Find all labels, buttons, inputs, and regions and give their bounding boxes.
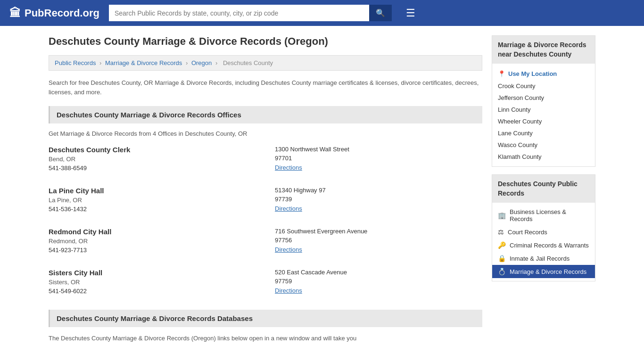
sidebar-public-records-box: Deschutes County Public Records 🏢 Busine… — [492, 174, 595, 281]
sidebar: Marriage & Divorce Records near Deschute… — [492, 35, 595, 343]
office-left: Sisters City Hall Sisters, OR 541-549-60… — [49, 269, 256, 296]
office-right: 716 Southwest Evergreen Avenue 97756 Dir… — [256, 228, 482, 255]
office-left: La Pine City Hall La Pine, OR 541-536-14… — [49, 187, 256, 214]
sidebar-nearby-list: 📍 Use My Location Crook County Jefferson… — [492, 64, 595, 166]
office-zip: 97701 — [275, 155, 482, 162]
office-zip: 97759 — [275, 278, 482, 285]
criminal-icon: 🔑 — [498, 241, 506, 249]
breadcrumb-oregon[interactable]: Oregon — [191, 59, 212, 66]
location-btn-label: Use My Location — [508, 70, 557, 77]
office-address: 716 Southwest Evergreen Avenue — [275, 228, 482, 235]
use-my-location-button[interactable]: 📍 Use My Location — [492, 67, 595, 80]
office-phone: 541-923-7713 — [49, 247, 256, 254]
breadcrumb-public-records[interactable]: Public Records — [55, 59, 96, 66]
record-criminal-records[interactable]: 🔑 Criminal Records & Warrants — [492, 239, 595, 252]
office-name: La Pine City Hall — [49, 187, 256, 195]
offices-section-header: Deschutes County Marriage & Divorce Reco… — [49, 106, 482, 123]
sidebar-county-lane[interactable]: Lane County — [492, 127, 595, 139]
office-city: Sisters, OR — [49, 279, 256, 286]
office-entry: Sisters City Hall Sisters, OR 541-549-60… — [49, 269, 482, 296]
record-marriage-label: Marriage & Divorce Records — [510, 268, 586, 275]
office-zip: 97756 — [275, 237, 482, 244]
sidebar-county-wheeler[interactable]: Wheeler County — [492, 115, 595, 127]
offices-subtext: Get Marriage & Divorce Records from 4 Of… — [49, 130, 482, 137]
breadcrumb: Public Records › Marriage & Divorce Reco… — [49, 55, 482, 71]
office-address: 1300 Northwest Wall Street — [275, 146, 482, 153]
search-input[interactable] — [109, 5, 369, 21]
sidebar-nearby-box: Marriage & Divorce Records near Deschute… — [492, 35, 595, 167]
menu-button[interactable]: ☰ — [406, 7, 415, 19]
record-business-label: Business Licenses & Records — [510, 208, 589, 222]
location-icon: 📍 — [498, 70, 505, 77]
office-phone: 541-388-6549 — [49, 165, 256, 172]
breadcrumb-marriage-divorce[interactable]: Marriage & Divorce Records — [105, 59, 182, 66]
sidebar-public-records-title: Deschutes County Public Records — [492, 175, 595, 203]
office-right: 1300 Northwest Wall Street 97701 Directi… — [256, 146, 482, 173]
logo-icon: 🏛 — [9, 7, 21, 20]
office-entry: La Pine City Hall La Pine, OR 541-536-14… — [49, 187, 482, 214]
office-zip: 97739 — [275, 196, 482, 203]
court-icon: ⚖ — [498, 228, 504, 236]
record-inmate-jail[interactable]: 🔒 Inmate & Jail Records — [492, 252, 595, 265]
content-area: Deschutes County Marriage & Divorce Reco… — [49, 35, 482, 343]
page-description: Search for free Deschutes County, OR Mar… — [49, 78, 482, 97]
header: 🏛 PubRecord.org 🔍 ☰ — [0, 0, 644, 26]
office-left: Deschutes County Clerk Bend, OR 541-388-… — [49, 146, 256, 173]
marriage-icon: 💍 — [498, 268, 506, 275]
office-right: 51340 Highway 97 97739 Directions — [256, 187, 482, 214]
sidebar-county-wasco[interactable]: Wasco County — [492, 139, 595, 151]
directions-link[interactable]: Directions — [275, 164, 302, 171]
office-name: Deschutes County Clerk — [49, 146, 256, 154]
office-entry: Redmond City Hall Redmond, OR 541-923-77… — [49, 228, 482, 255]
sidebar-records-list: 🏢 Business Licenses & Records ⚖ Court Re… — [492, 203, 595, 281]
office-city: Redmond, OR — [49, 238, 256, 245]
page-title: Deschutes County Marriage & Divorce Reco… — [49, 35, 482, 48]
databases-section-header: Deschutes County Marriage & Divorce Reco… — [49, 310, 482, 327]
office-address: 520 East Cascade Avenue — [275, 269, 482, 276]
sidebar-county-crook[interactable]: Crook County — [492, 80, 595, 92]
directions-link[interactable]: Directions — [275, 246, 302, 253]
sidebar-county-klamath[interactable]: Klamath County — [492, 151, 595, 163]
record-court-records[interactable]: ⚖ Court Records — [492, 225, 595, 239]
record-court-label: Court Records — [508, 229, 547, 236]
inmate-icon: 🔒 — [498, 255, 506, 262]
office-name: Sisters City Hall — [49, 269, 256, 277]
logo-text: PubRecord.org — [25, 7, 99, 19]
search-bar: 🔍 — [109, 5, 392, 21]
office-entry: Deschutes County Clerk Bend, OR 541-388-… — [49, 146, 482, 173]
record-business-licenses[interactable]: 🏢 Business Licenses & Records — [492, 206, 595, 225]
office-city: Bend, OR — [49, 156, 256, 163]
office-name: Redmond City Hall — [49, 228, 256, 236]
office-right: 520 East Cascade Avenue 97759 Directions — [256, 269, 482, 296]
record-marriage-divorce[interactable]: 💍 Marriage & Divorce Records — [492, 265, 595, 278]
record-criminal-label: Criminal Records & Warrants — [510, 242, 589, 249]
breadcrumb-current: Deschutes County — [223, 59, 273, 66]
sidebar-county-jefferson[interactable]: Jefferson County — [492, 92, 595, 104]
office-phone: 541-549-6022 — [49, 288, 256, 295]
office-left: Redmond City Hall Redmond, OR 541-923-77… — [49, 228, 256, 255]
sidebar-county-linn[interactable]: Linn County — [492, 104, 595, 115]
record-inmate-label: Inmate & Jail Records — [510, 255, 570, 262]
office-city: La Pine, OR — [49, 197, 256, 204]
office-phone: 541-536-1432 — [49, 206, 256, 213]
search-button[interactable]: 🔍 — [369, 5, 392, 21]
business-icon: 🏢 — [498, 212, 506, 219]
office-address: 51340 Highway 97 — [275, 187, 482, 194]
main-container: Deschutes County Marriage & Divorce Reco… — [39, 26, 605, 353]
directions-link[interactable]: Directions — [275, 205, 302, 212]
logo[interactable]: 🏛 PubRecord.org — [9, 7, 99, 20]
sidebar-nearby-title: Marriage & Divorce Records near Deschute… — [492, 36, 595, 64]
databases-text: The Deschutes County Marriage & Divorce … — [49, 334, 482, 343]
directions-link[interactable]: Directions — [275, 287, 302, 294]
